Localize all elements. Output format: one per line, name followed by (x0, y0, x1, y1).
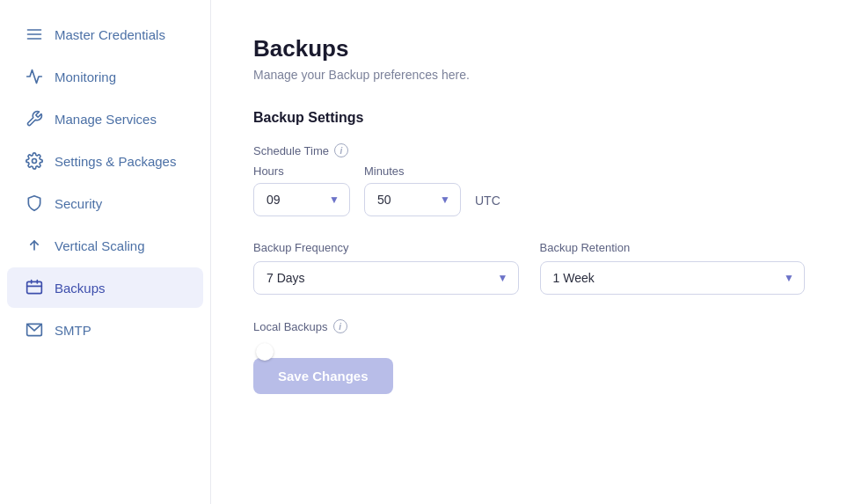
sidebar-label-backups: Backups (55, 281, 106, 296)
backup-retention-label: Backup Retention (540, 241, 806, 254)
time-row: Hours 09 000102 030405 060708 101112 131… (253, 164, 805, 216)
sidebar-label-vertical-scaling: Vertical Scaling (55, 238, 145, 253)
schedule-time-info-icon[interactable]: i (334, 143, 348, 157)
hours-select-wrapper: 09 000102 030405 060708 101112 131415 16… (253, 183, 350, 216)
backup-frequency-select-wrapper: 1 Day 3 Days 7 Days 14 Days 30 Days ▼ (253, 261, 519, 295)
sidebar-label-smtp: SMTP (55, 323, 91, 338)
section-title: Backup Settings (253, 110, 805, 126)
sidebar-label-manage-services: Manage Services (55, 112, 157, 127)
menu-icon (25, 25, 44, 44)
minutes-group: Minutes 50 001020 3040 ▼ (364, 164, 461, 216)
chart-icon (25, 67, 44, 86)
sidebar-label-master-credentials: Master Credentials (55, 27, 165, 42)
backup-frequency-group: Backup Frequency 1 Day 3 Days 7 Days 14 … (253, 241, 519, 295)
minutes-select[interactable]: 50 001020 3040 (364, 183, 461, 216)
local-backups-label: Local Backups i (253, 319, 805, 333)
scaling-icon (25, 236, 44, 255)
save-changes-button[interactable]: Save Changes (253, 358, 393, 394)
main-content: Backups Manage your Backup preferences h… (211, 0, 847, 504)
hours-select[interactable]: 09 000102 030405 060708 101112 131415 16… (253, 183, 350, 216)
backup-icon (25, 278, 44, 297)
minutes-select-wrapper: 50 001020 3040 ▼ (364, 183, 461, 216)
sidebar-label-monitoring: Monitoring (55, 69, 116, 84)
svg-rect-5 (27, 281, 42, 293)
hours-label: Hours (253, 164, 350, 178)
wrench-icon (25, 109, 44, 128)
schedule-time-label: Schedule Time i (253, 143, 805, 157)
backup-retention-select[interactable]: 1 Day 3 Days 1 Week 2 Weeks 1 Month (540, 261, 806, 295)
sidebar-item-settings-packages[interactable]: Settings & Packages (7, 141, 203, 181)
sidebar-item-smtp[interactable]: SMTP (7, 310, 203, 350)
frequency-retention-row: Backup Frequency 1 Day 3 Days 7 Days 14 … (253, 241, 805, 295)
page-title: Backups (253, 35, 805, 62)
minutes-label: Minutes (364, 164, 461, 178)
local-backups-section: Local Backups i (253, 319, 805, 333)
sidebar-label-settings-packages: Settings & Packages (55, 154, 176, 169)
schedule-time-field: Schedule Time i Hours 09 000102 030405 0… (253, 143, 805, 216)
backup-frequency-label: Backup Frequency (253, 241, 519, 254)
sidebar-label-security: Security (55, 196, 102, 211)
smtp-icon (25, 320, 44, 340)
sidebar-item-monitoring[interactable]: Monitoring (7, 56, 203, 97)
shield-icon (25, 194, 44, 213)
page-subtitle: Manage your Backup preferences here. (253, 68, 805, 82)
local-backups-info-icon[interactable]: i (333, 319, 347, 333)
sidebar-item-manage-services[interactable]: Manage Services (7, 99, 203, 139)
sidebar-item-master-credentials[interactable]: Master Credentials (7, 14, 203, 55)
backup-frequency-select[interactable]: 1 Day 3 Days 7 Days 14 Days 30 Days (253, 261, 519, 295)
backup-retention-select-wrapper: 1 Day 3 Days 1 Week 2 Weeks 1 Month ▼ (540, 261, 806, 295)
settings-icon (25, 151, 44, 171)
hours-group: Hours 09 000102 030405 060708 101112 131… (253, 164, 350, 216)
backup-retention-group: Backup Retention 1 Day 3 Days 1 Week 2 W… (540, 241, 806, 295)
sidebar-item-backups[interactable]: Backups (7, 267, 203, 308)
utc-label: UTC (475, 194, 500, 208)
sidebar-item-vertical-scaling[interactable]: Vertical Scaling (7, 225, 203, 266)
svg-point-3 (33, 159, 37, 164)
sidebar: Master Credentials Monitoring Manage Ser… (0, 0, 211, 504)
sidebar-item-security[interactable]: Security (7, 183, 203, 223)
